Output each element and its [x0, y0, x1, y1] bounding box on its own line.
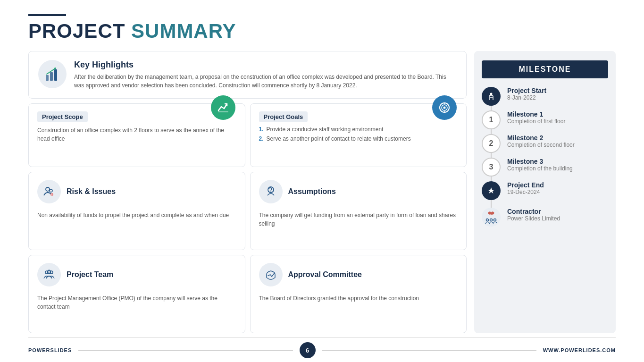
project-team-header-row: Project Team: [37, 263, 236, 290]
approval-committee-card: Approval Committee The Board of Director…: [250, 255, 467, 333]
svg-point-11: [50, 189, 52, 192]
footer-line-left: [78, 350, 293, 351]
milestone-3: 3 Milestone 3 Completion of the building: [482, 158, 608, 177]
project-scope-card: Project Scope Construction of an office …: [28, 103, 245, 167]
svg-point-20: [490, 93, 493, 95]
project-team-card: Project Team The Project Management Offi…: [28, 255, 245, 333]
svg-marker-22: [488, 187, 494, 194]
milestone-start-date: 8-Jan-2022: [507, 94, 546, 101]
svg-rect-0: [46, 75, 49, 81]
risks-issues-card: Risk & Issues Non availability of funds …: [28, 172, 245, 250]
project-scope-float-icon: [211, 95, 235, 120]
project-goals-float-icon: [432, 95, 457, 120]
svg-point-7: [443, 107, 446, 109]
contractor-item: Contractor Power Slides Limited: [482, 208, 608, 227]
contractor-info: Contractor Power Slides Limited: [507, 208, 560, 222]
cards-grid: Project Scope Construction of an office …: [28, 103, 467, 333]
milestone-start-circle: [482, 87, 501, 106]
right-panel: MILESTONE Project Start 8-Jan-2022: [474, 51, 616, 333]
milestone-end-title: Project End: [507, 181, 544, 189]
project-team-title: Project Team: [67, 270, 113, 279]
project-scope-label: Project Scope: [37, 111, 88, 122]
footer-brand-left: POWERSLIDES: [28, 347, 72, 353]
assumptions-description: The company will get funding from an ext…: [259, 211, 458, 228]
milestone-2-circle: 2: [482, 134, 501, 153]
milestone-end-info: Project End 19-Dec-2024: [507, 181, 544, 195]
contractor-title: Contractor: [507, 208, 560, 215]
milestone-1-detail: Completion of first floor: [507, 118, 565, 125]
key-highlights-icon: [38, 60, 67, 88]
milestone-list: Project Start 8-Jan-2022 1 Milestone 1 C…: [482, 87, 608, 231]
approval-committee-description: The Board of Directors granted the appro…: [259, 294, 458, 303]
svg-point-23: [486, 219, 489, 221]
svg-rect-4: [218, 111, 228, 112]
milestone-3-info: Milestone 3 Completion of the building: [507, 158, 573, 172]
project-team-icon: [37, 263, 61, 286]
assumptions-card: Assumptions The company will get funding…: [250, 172, 467, 250]
svg-point-3: [54, 67, 56, 69]
key-highlights-title: Key Highlights: [74, 60, 457, 70]
milestone-1-info: Milestone 1 Completion of first floor: [507, 110, 565, 125]
milestone-project-end: Project End 19-Dec-2024: [482, 181, 608, 200]
svg-point-14: [51, 195, 52, 196]
footer-page-number: 6: [300, 342, 316, 358]
svg-point-24: [490, 219, 493, 221]
footer: POWERSLIDES 6 WWW.POWERLIDES.COM: [28, 337, 616, 362]
milestone-2-title: Milestone 2: [507, 134, 575, 142]
svg-point-25: [494, 219, 496, 221]
page-title: PROJECT SUMMARY: [28, 20, 616, 42]
svg-point-10: [46, 187, 50, 191]
milestone-2-info: Milestone 2 Completion of second floor: [507, 134, 575, 148]
assumptions-header-row: Assumptions: [259, 180, 458, 207]
key-highlights-content: Key Highlights After the deliberation by…: [74, 60, 457, 90]
key-highlights-card: Key Highlights After the deliberation by…: [28, 51, 467, 99]
risks-title: Risk & Issues: [67, 187, 116, 196]
milestone-header: MILESTONE: [482, 60, 608, 78]
footer-line-right: [322, 350, 536, 351]
milestone-start-info: Project Start 8-Jan-2022: [507, 87, 546, 101]
milestone-3-circle: 3: [482, 158, 501, 177]
goal-item-1: 1.Provide a conducive staff working envi…: [259, 126, 458, 133]
assumptions-icon: [259, 180, 283, 203]
milestone-2-detail: Completion of second floor: [507, 142, 575, 148]
milestone-start-title: Project Start: [507, 87, 546, 94]
risks-icon: [37, 180, 61, 203]
milestone-1-circle: 1: [482, 110, 501, 129]
milestone-3-detail: Completion of the building: [507, 165, 573, 172]
approval-committee-icon: [259, 263, 283, 286]
approval-committee-header-row: Approval Committee: [259, 263, 458, 290]
milestone-3-title: Milestone 3: [507, 158, 573, 165]
left-panel: Key Highlights After the deliberation by…: [28, 51, 467, 333]
goals-list: 1.Provide a conducive staff working envi…: [259, 126, 458, 142]
milestone-1-title: Milestone 1: [507, 110, 565, 118]
main-content: Key Highlights After the deliberation by…: [28, 51, 616, 333]
svg-rect-2: [54, 69, 57, 81]
milestone-2: 2 Milestone 2 Completion of second floor: [482, 134, 608, 153]
svg-point-16: [270, 192, 271, 193]
milestone-project-start: Project Start 8-Jan-2022: [482, 87, 608, 106]
milestone-end-date: 19-Dec-2024: [507, 189, 544, 195]
key-highlights-description: After the deliberation by the management…: [74, 73, 457, 90]
contractor-detail: Power Slides Limited: [507, 215, 560, 222]
contractor-icon: [482, 208, 501, 227]
svg-rect-1: [50, 72, 53, 81]
risks-description: Non availability of funds to propel the …: [37, 211, 236, 219]
project-goals-card: Project Goals 1.Provide a conducive staf…: [250, 103, 467, 167]
approval-committee-title: Approval Committee: [288, 270, 362, 279]
goal-item-2: 2.Serve as another point of contact to r…: [259, 135, 458, 142]
milestone-1: 1 Milestone 1 Completion of first floor: [482, 110, 608, 129]
footer-brand-right: WWW.POWERLIDES.COM: [543, 347, 616, 353]
risks-header-row: Risk & Issues: [37, 180, 236, 207]
project-goals-label: Project Goals: [259, 111, 308, 122]
milestone-end-circle: [482, 181, 501, 200]
project-team-description: The Project Management Office (PMO) of t…: [37, 294, 236, 311]
header-accent-line: [28, 14, 66, 16]
assumptions-title: Assumptions: [288, 187, 336, 196]
project-scope-description: Construction of an office complex with 2…: [37, 126, 236, 143]
